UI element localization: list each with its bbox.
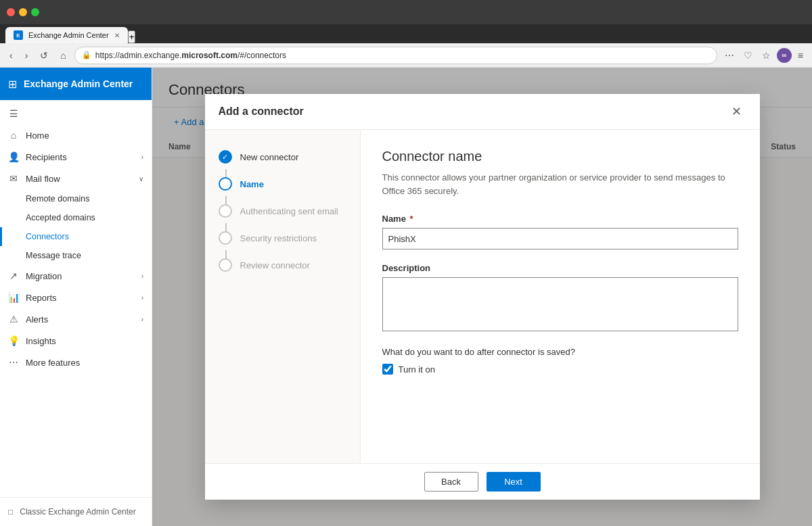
migration-label: Migration <box>26 271 135 281</box>
favorites-button[interactable]: ♡ <box>740 48 756 63</box>
description-field-group: Description <box>382 263 738 333</box>
home-navigation-button[interactable]: ⌂ <box>56 47 70 64</box>
home-label: Home <box>26 130 143 141</box>
modal-title: Add a connector <box>219 105 304 118</box>
after-save-question: What do you want to do after connector i… <box>382 347 738 357</box>
description-field-label: Description <box>382 263 738 273</box>
classic-eac-link[interactable]: □ Classic Exchange Admin Center <box>8 503 143 521</box>
sidebar-item-alerts[interactable]: ⚠ Alerts › <box>0 308 152 330</box>
wizard-step-2-circle <box>219 177 232 191</box>
window-controls <box>7 8 39 16</box>
sidebar-subitem-message-trace[interactable]: Message trace <box>0 246 152 265</box>
next-button[interactable]: Next <box>487 472 541 492</box>
tab-favicon: E <box>14 30 23 40</box>
sidebar: ⊞ Exchange Admin Center ☰ ⌂ Home 👤 Recip… <box>0 68 152 526</box>
tab-title: Exchange Admin Center <box>28 31 109 39</box>
accepted-domains-label: Accepted domains <box>26 213 95 222</box>
wizard-navigation: ✓ New connector Name <box>205 130 361 463</box>
sidebar-header: ⊞ Exchange Admin Center <box>0 68 152 100</box>
wizard-step-2-label: Name <box>240 179 264 189</box>
after-save-field-group: What do you want to do after connector i… <box>382 347 738 375</box>
wizard-step-new-connector[interactable]: ✓ New connector <box>205 143 360 170</box>
classic-eac-label: Classic Exchange Admin Center <box>20 507 135 517</box>
browser-menu-button[interactable]: ≡ <box>794 48 807 63</box>
reports-icon: 📊 <box>8 292 19 303</box>
modal-footer: Back Next <box>205 463 760 500</box>
migration-chevron: › <box>141 272 143 280</box>
wizard-content: Connector name This connector allows you… <box>361 130 760 463</box>
alerts-chevron: › <box>141 316 143 323</box>
sidebar-item-migration[interactable]: ↗ Migration › <box>0 265 152 287</box>
description-textarea[interactable] <box>382 277 738 331</box>
more-features-icon: ⋯ <box>8 357 19 368</box>
sidebar-item-insights[interactable]: 💡 Insights <box>0 330 152 352</box>
sidebar-item-recipients[interactable]: 👤 Recipients › <box>0 146 152 168</box>
extensions-button[interactable]: ⋯ <box>721 48 738 63</box>
wizard-step-name[interactable]: Name <box>205 170 360 197</box>
sidebar-item-more-features[interactable]: ⋯ More features <box>0 352 152 373</box>
recipients-icon: 👤 <box>8 151 19 162</box>
wizard-step-auth[interactable]: Authenticating sent email <box>205 197 360 224</box>
modal-close-button[interactable]: ✕ <box>727 102 746 121</box>
bookmark-button[interactable]: ☆ <box>759 48 774 63</box>
back-navigation-button[interactable]: ‹ <box>5 47 17 64</box>
wizard-step-review[interactable]: Review connector <box>205 252 360 279</box>
hamburger-icon: ☰ <box>8 108 19 119</box>
app-title: Exchange Admin Center <box>24 78 133 89</box>
browser-toolbar-actions: ⋯ ♡ ☆ ∞ ≡ <box>721 48 807 63</box>
turn-it-on-checkbox[interactable] <box>382 364 393 375</box>
add-connector-modal: Add a connector ✕ ✓ New connector <box>205 94 760 500</box>
mail-flow-submenu: Remote domains Accepted domains Connecto… <box>0 189 152 265</box>
turn-it-on-row: Turn it on <box>382 364 738 375</box>
insights-icon: 💡 <box>8 335 19 346</box>
sidebar-subitem-remote-domains[interactable]: Remote domains <box>0 189 152 208</box>
modal-header: Add a connector ✕ <box>205 94 760 130</box>
turn-it-on-label[interactable]: Turn it on <box>399 364 435 375</box>
tab-close-button[interactable]: ✕ <box>114 32 120 39</box>
more-features-label: More features <box>26 358 143 368</box>
security-icon: 🔒 <box>82 51 91 59</box>
name-field-group: Name * <box>382 214 738 249</box>
name-field-label: Name * <box>382 214 738 224</box>
browser-chrome: E Exchange Admin Center ✕ + ‹ › ↺ ⌂ 🔒 ht… <box>0 0 812 68</box>
modal-body: ✓ New connector Name <box>205 130 760 463</box>
back-button[interactable]: Back <box>424 472 478 492</box>
reload-navigation-button[interactable]: ↺ <box>36 47 52 64</box>
classic-eac-icon: □ <box>8 507 13 517</box>
mail-flow-icon: ✉ <box>8 173 19 184</box>
user-profile-avatar[interactable]: ∞ <box>777 48 792 63</box>
active-browser-tab[interactable]: E Exchange Admin Center ✕ <box>5 27 128 43</box>
alerts-icon: ⚠ <box>8 314 19 325</box>
wizard-step-5-circle <box>219 258 232 272</box>
forward-navigation-button[interactable]: › <box>21 47 32 64</box>
connector-description-text: This connector allows your partner organ… <box>382 171 738 197</box>
reports-label: Reports <box>26 293 135 303</box>
app-layout: ⊞ Exchange Admin Center ☰ ⌂ Home 👤 Recip… <box>0 68 812 526</box>
minimize-window-button[interactable] <box>19 8 27 16</box>
maximize-window-button[interactable] <box>31 8 39 16</box>
close-window-button[interactable] <box>7 8 15 16</box>
mail-flow-label: Mail flow <box>26 174 132 184</box>
url-text: https://admin.exchange.microsoft.com/#/c… <box>95 51 286 60</box>
new-tab-button[interactable]: + <box>128 30 136 43</box>
sidebar-item-home[interactable]: ⌂ Home <box>0 124 152 146</box>
wizard-step-4-circle <box>219 231 232 245</box>
connector-name-title: Connector name <box>382 149 738 164</box>
remote-domains-label: Remote domains <box>26 194 90 204</box>
sidebar-subitem-accepted-domains[interactable]: Accepted domains <box>0 208 152 227</box>
modal-overlay: Add a connector ✕ ✓ New connector <box>152 68 812 526</box>
mail-flow-chevron: ∨ <box>139 175 143 183</box>
recipients-label: Recipients <box>26 152 135 162</box>
name-input[interactable] <box>382 228 738 249</box>
sidebar-item-reports[interactable]: 📊 Reports › <box>0 287 152 308</box>
app-grid-icon[interactable]: ⊞ <box>8 78 17 91</box>
sidebar-hamburger[interactable]: ☰ <box>0 103 152 124</box>
wizard-step-1-label: New connector <box>240 152 299 162</box>
address-bar[interactable]: 🔒 https://admin.exchange.microsoft.com/#… <box>74 47 717 64</box>
browser-toolbar: ‹ › ↺ ⌂ 🔒 https://admin.exchange.microso… <box>0 43 812 68</box>
sidebar-subitem-connectors[interactable]: Connectors <box>0 227 152 246</box>
wizard-step-security[interactable]: Security restrictions <box>205 224 360 252</box>
sidebar-item-mail-flow[interactable]: ✉ Mail flow ∨ <box>0 168 152 189</box>
connectors-label: Connectors <box>26 232 69 241</box>
wizard-step-1-circle: ✓ <box>219 150 232 164</box>
